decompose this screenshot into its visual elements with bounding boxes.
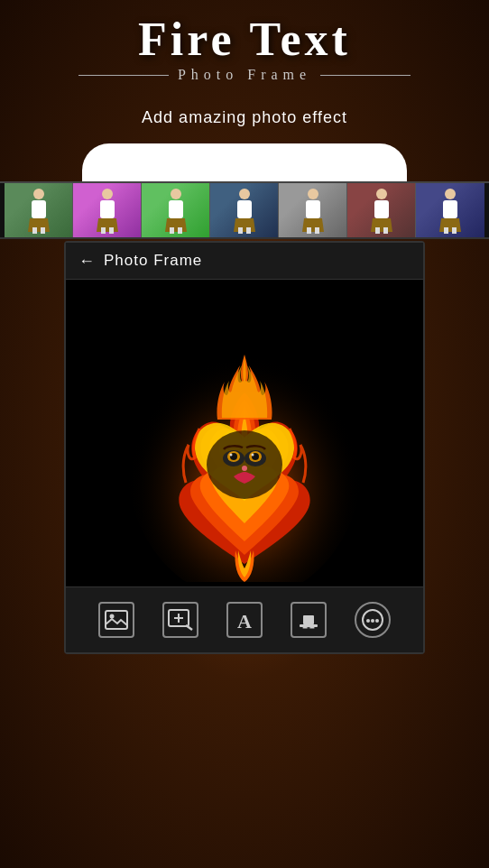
panel-header: ← Photo Frame: [66, 243, 423, 280]
thumbnail-2[interactable]: [73, 183, 142, 237]
svg-rect-14: [178, 227, 182, 234]
svg-text:A: A: [237, 610, 252, 632]
svg-point-20: [308, 189, 318, 199]
image-icon: [98, 602, 134, 638]
svg-rect-24: [315, 227, 319, 234]
svg-rect-16: [237, 200, 252, 218]
thumbnail-5[interactable]: [279, 183, 347, 237]
svg-marker-27: [371, 218, 392, 232]
svg-rect-1: [32, 200, 46, 218]
sticker-icon: [291, 602, 327, 638]
zoom-icon: [162, 602, 198, 638]
app-tagline: Add amazing photo effect: [0, 108, 489, 127]
svg-rect-53: [303, 615, 314, 624]
svg-rect-13: [170, 227, 174, 234]
subtitle-line-left: [78, 75, 169, 76]
svg-point-44: [252, 454, 254, 457]
effects-icon: [355, 602, 391, 638]
svg-rect-9: [109, 227, 114, 234]
svg-rect-34: [452, 227, 457, 234]
svg-rect-23: [307, 227, 311, 234]
text-button[interactable]: A: [223, 598, 266, 642]
bottom-toolbar: A: [66, 586, 423, 652]
svg-point-36: [207, 430, 282, 499]
svg-point-5: [102, 189, 113, 199]
effects-button[interactable]: [351, 598, 394, 642]
svg-point-25: [376, 189, 387, 199]
fire-image-area: [66, 280, 423, 586]
thumbnail-6[interactable]: [347, 183, 416, 237]
text-icon: A: [226, 602, 263, 638]
photo-frame-panel: ← Photo Frame: [64, 241, 425, 654]
image-button[interactable]: [95, 598, 138, 642]
app-subtitle: Photo Frame: [178, 67, 311, 83]
svg-rect-18: [238, 227, 243, 234]
svg-point-57: [371, 619, 374, 623]
svg-rect-29: [383, 227, 388, 234]
svg-marker-17: [234, 218, 255, 232]
sticker-button[interactable]: [287, 598, 330, 642]
svg-rect-54: [300, 624, 318, 627]
svg-marker-7: [97, 218, 118, 232]
thumbnail-3[interactable]: [142, 183, 210, 237]
svg-rect-28: [375, 227, 380, 234]
svg-point-56: [366, 619, 370, 623]
svg-marker-32: [439, 218, 461, 232]
zoom-button[interactable]: [159, 598, 202, 642]
subtitle-row: Photo Frame: [9, 67, 480, 83]
svg-rect-21: [306, 200, 320, 218]
back-button[interactable]: ←: [78, 253, 95, 269]
phone-top-bar: [82, 143, 407, 181]
svg-rect-46: [106, 611, 127, 629]
svg-rect-11: [169, 200, 183, 218]
svg-point-0: [33, 189, 44, 199]
svg-marker-12: [165, 218, 187, 232]
app-header: Fire Text Photo Frame: [0, 0, 489, 90]
svg-rect-6: [100, 200, 115, 218]
panel-title: Photo Frame: [104, 252, 202, 270]
thumbnail-4[interactable]: [210, 183, 279, 237]
svg-point-15: [239, 189, 250, 199]
app-title: Fire Text: [9, 16, 480, 63]
thumbnail-strip: [0, 181, 489, 239]
svg-rect-26: [374, 200, 389, 218]
fire-heart-svg: [109, 284, 380, 582]
svg-rect-8: [101, 227, 106, 234]
thumbnail-1[interactable]: [5, 183, 73, 237]
svg-point-58: [375, 619, 379, 623]
svg-rect-3: [32, 227, 37, 234]
svg-rect-33: [444, 227, 448, 234]
thumbnail-7[interactable]: [416, 183, 484, 237]
svg-rect-31: [443, 200, 457, 218]
svg-point-45: [242, 466, 247, 471]
svg-point-30: [445, 189, 456, 199]
svg-point-10: [171, 189, 181, 199]
svg-rect-19: [246, 227, 251, 234]
svg-marker-2: [28, 218, 50, 232]
subtitle-line-right: [320, 75, 411, 76]
svg-marker-22: [302, 218, 324, 232]
svg-point-43: [230, 454, 233, 457]
svg-rect-4: [41, 227, 45, 234]
